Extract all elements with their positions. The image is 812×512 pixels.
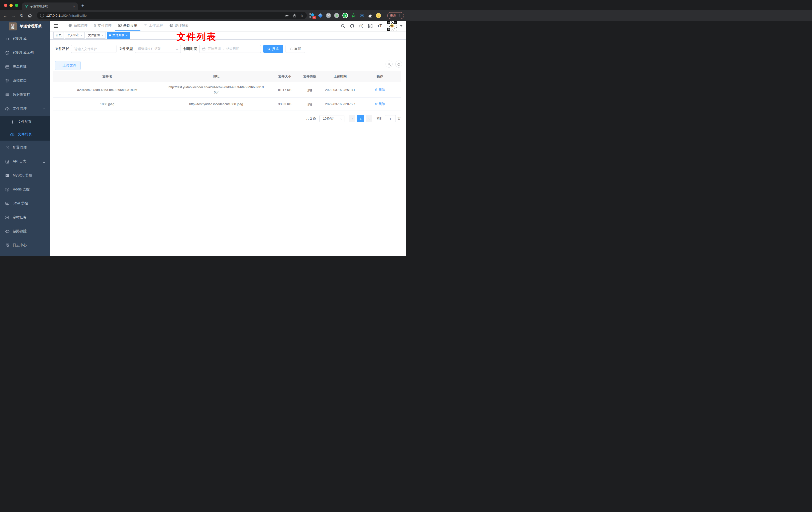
extension-star-icon[interactable] [351,13,356,18]
extension-grey-green-icon[interactable] [334,13,339,18]
site-info-icon[interactable]: i [40,14,44,18]
sidebar-item-form-builder[interactable]: 表单构建 [0,60,50,74]
sidebar-item-api-log[interactable]: API 日志 [0,155,50,169]
sidebar-item-log-center[interactable]: 日志中心 [0,238,50,252]
sidebar-item-java-monitor[interactable]: Java 监控 [0,197,50,210]
cell-filetype: jpg [298,102,321,106]
forward-button[interactable]: → [11,13,16,18]
delete-button[interactable]: 删除 [375,88,385,92]
start-date-placeholder[interactable]: 开始日期 [208,47,221,51]
delete-button[interactable]: 删除 [375,102,385,106]
file-type-select[interactable]: 请选择文件类型 [135,45,181,53]
user-avatar-qr[interactable] [387,21,397,31]
extensions-puzzle-icon[interactable] [368,13,373,18]
sidebar-item-trace[interactable]: 链路追踪 [0,224,50,238]
sidebar-logo-row[interactable]: 🐰 芋道管理系统 [0,21,50,32]
extension-kite-icon[interactable] [318,13,323,18]
tab-close-icon[interactable]: × [73,5,75,8]
browser-tab[interactable]: 芋道管理系统 × [22,2,78,10]
search-icon[interactable] [341,24,345,28]
tag-file-list[interactable]: 文件列表 × [107,32,130,39]
sidebar-item-mysql-monitor[interactable]: MySQL 监控 [0,169,50,182]
table-icon [5,65,9,69]
sidebar-collapse-button[interactable] [50,21,62,31]
sidebar-item-system-api[interactable]: 系统接口 [0,74,50,88]
new-tab-button[interactable]: + [81,3,84,8]
window-minimize-button[interactable] [9,4,13,7]
browser-update-button[interactable]: 更新 ⋮ [387,12,404,19]
bookmark-star-icon[interactable]: ☆ [300,13,303,18]
active-tag-dot [109,34,111,36]
sidebar-item-file-config[interactable]: 文件配置 [0,116,50,128]
cell-filesize: 33.33 KB [271,102,298,106]
refresh-table-button[interactable] [395,61,402,67]
extension-y-icon[interactable]: y [342,13,348,18]
chevron-down-icon [176,48,178,50]
end-date-placeholder[interactable]: 结束日期 [226,47,239,51]
password-key-icon[interactable] [285,13,289,18]
sidebar-item-code-generation[interactable]: 代码生成 [0,32,50,46]
next-page-button[interactable]: › [366,115,372,122]
tag-home[interactable]: 首页 [53,32,64,39]
topnav-statistics-report[interactable]: 统计报表 [166,21,192,31]
sidebar-item-redis-monitor[interactable]: Redis 监控 [0,182,50,197]
cloud-download-icon [5,107,9,111]
sidebar-item-file-management[interactable]: 文件管理 [0,102,50,116]
url-host: 127.0.0.1 [46,14,60,18]
log-edit-icon [5,159,9,164]
tag-close-icon[interactable]: × [126,34,127,37]
cell-url: http://test.yudao.iocoder.cn/1000.jpeg [161,101,271,107]
window-zoom-button[interactable] [15,4,18,7]
share-icon[interactable] [293,13,296,18]
topnav-payment-management[interactable]: ¥ 支付管理 [91,21,115,31]
help-icon[interactable]: ? [359,24,364,28]
sidebar: 🐰 芋道管理系统 代码生成 代码生成示例 表单构建 系统接口 数据库文档 文件管… [0,21,50,256]
extension-emoji-icon[interactable] [376,13,381,18]
sidebar-item-scheduled-task[interactable]: 定时任务 [0,210,50,224]
browser-menu-dots-icon[interactable]: ⋮ [398,13,402,18]
date-range-picker[interactable]: 开始日期 - 结束日期 [199,45,261,53]
extension-eye-icon[interactable] [359,13,364,18]
sidebar-item-config-management[interactable]: 配置管理 [0,141,50,155]
file-path-input[interactable] [71,45,116,53]
tag-file-config[interactable]: 文件配置 × [86,32,105,39]
cell-filetype: jpg [298,88,321,92]
sidebar-item-file-list[interactable]: 文件列表 [0,128,50,141]
eye-icon [5,229,9,234]
prev-page-button[interactable]: ‹ [349,115,355,122]
back-button[interactable]: ← [3,13,7,18]
home-button[interactable] [28,13,32,18]
pagination-total: 共 2 条 [306,116,316,121]
sidebar-item-code-gen-example[interactable]: 代码生成示例 [0,46,50,60]
upload-file-button[interactable]: + 上传文件 [55,61,81,70]
tag-profile[interactable]: 个人中心 × [65,32,85,39]
topnav-system-management[interactable]: 系统管理 [65,21,91,31]
fullscreen-icon[interactable] [368,24,373,28]
avatar-dropdown-caret-icon[interactable] [400,25,403,27]
sidebar-item-db-doc[interactable]: 数据库文档 [0,88,50,102]
page-size-select[interactable]: 10条/页 [319,115,344,122]
extension-command-icon[interactable]: ⌘ [326,13,331,18]
schedule-icon [5,215,9,220]
font-size-icon[interactable]: тT [377,24,382,28]
topnav-workflow[interactable]: 工作流程 [140,21,166,31]
github-icon[interactable] [350,24,354,28]
topnav-infrastructure[interactable]: 基础设施 [115,21,140,31]
goto-page-input[interactable] [385,115,396,122]
reload-button[interactable]: ↻ [20,13,24,18]
reset-button[interactable]: 重置 [286,45,305,53]
table-toolbar: + 上传文件 [50,61,406,70]
extension-tabs-badge-icon[interactable]: 11 [310,13,315,18]
col-header-filetype: 文件类型 [298,74,321,79]
navbar: 系统管理 ¥ 支付管理 基础设施 工作流程 统计报表 [50,21,406,31]
cell-filename: a294ecb2-73dd-4353-bf40-296b8931d0bf [53,88,161,92]
search-button[interactable]: 搜索 [263,45,283,53]
window-close-button[interactable] [4,4,7,7]
address-bar[interactable]: i 127.0.0.1:1024/infra/file/file ☆ [37,12,307,19]
page-number-1[interactable]: 1 [357,115,364,122]
table-mini-toolbar [385,61,402,67]
cloud-upload-icon [10,132,14,137]
tag-close-icon[interactable]: × [102,34,103,37]
toggle-search-button[interactable] [385,61,393,67]
tag-close-icon[interactable]: × [81,34,82,37]
